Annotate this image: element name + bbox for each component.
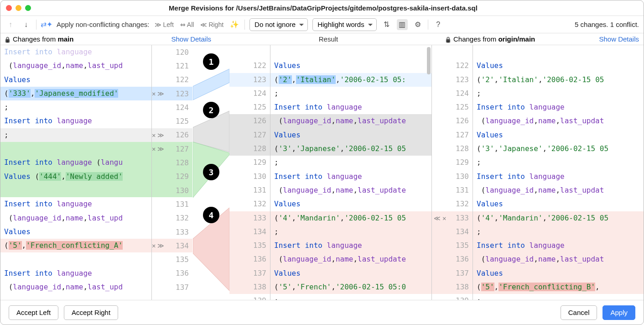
code-line[interactable]: (language_id,name,last_updat	[473, 252, 644, 266]
revert-icon[interactable]: ✕	[152, 242, 156, 249]
code-line[interactable]: ('5','French_conflicting_A'	[0, 239, 151, 252]
gutter-line: ≪✕133	[432, 211, 473, 225]
code-line[interactable]: Insert into language	[270, 100, 431, 114]
code-line[interactable]: Values	[270, 59, 431, 73]
apply-button[interactable]: Apply	[602, 305, 635, 320]
code-line[interactable]: Insert into language	[473, 239, 644, 252]
code-line[interactable]: (language_id,name,last_upd	[0, 211, 151, 225]
code-line[interactable]: ;	[0, 100, 151, 114]
code-line[interactable]: Insert into language	[473, 100, 644, 114]
settings-gear-icon[interactable]: ⚙	[412, 19, 423, 30]
revert-icon[interactable]: ✕	[152, 131, 156, 139]
code-line[interactable]: ('2','Italian','2006-02-15 05	[473, 73, 644, 87]
code-line[interactable]: Values	[270, 128, 431, 142]
code-line[interactable]: ;	[270, 156, 431, 169]
magic-resolve-icon[interactable]: ⇄✦	[41, 19, 52, 30]
gutter-line: 135	[152, 252, 192, 266]
sync-scroll-icon[interactable]: ▥	[397, 19, 408, 30]
code-line[interactable]: ('5','French_conflicting_B',	[473, 280, 644, 294]
gutter-line: 123	[432, 73, 473, 87]
code-line[interactable]: Insert into language	[270, 239, 431, 252]
code-line[interactable]: Insert into language	[0, 114, 151, 128]
help-icon[interactable]: ?	[433, 19, 444, 30]
code-line[interactable]: (language_id,name,last_updat	[473, 183, 644, 197]
code-line[interactable]: Insert into language	[270, 170, 431, 183]
collapse-unchanged-icon[interactable]: ⇅	[381, 19, 392, 30]
code-line[interactable]: Values	[270, 197, 431, 211]
code-line[interactable]: ('4','Mandarin','2006-02-15 05	[473, 211, 644, 225]
apply-chevron-icon[interactable]: ≫	[157, 90, 164, 97]
code-line[interactable]: ;	[270, 294, 431, 300]
result-scrollbar[interactable]	[427, 47, 431, 74]
code-line[interactable]	[0, 142, 151, 156]
code-line[interactable]: ;	[270, 87, 431, 100]
code-line[interactable]: (language_id,name,last_update	[270, 252, 431, 266]
code-line[interactable]: ('4','Mandarin','2006-02-15 05	[270, 211, 431, 225]
code-line[interactable]: Insert into language	[473, 170, 644, 183]
code-line[interactable]: (language_id,name,last_update	[270, 183, 431, 197]
code-line[interactable]	[0, 252, 151, 266]
close-traffic-light[interactable]	[6, 5, 12, 11]
apply-all-button[interactable]: ⇔ All	[179, 21, 195, 28]
gutter-line-number: 137	[229, 267, 270, 280]
gutter-line: ✕≫127	[152, 142, 192, 156]
code-line[interactable]: Values	[473, 59, 644, 73]
minimize-traffic-light[interactable]	[16, 5, 21, 11]
code-line[interactable]: ('333','Japanese_modified'	[0, 87, 151, 100]
gutter-line: ✕≫123	[152, 87, 192, 100]
code-line[interactable]	[473, 45, 644, 59]
code-line[interactable]: Values	[473, 197, 644, 211]
apply-right-button[interactable]: ≪ Right	[199, 21, 224, 28]
apply-chevron-icon[interactable]: ≫	[157, 131, 164, 139]
code-line[interactable]: ('2','Italian','2006-02-15 05:	[270, 73, 431, 87]
cancel-button[interactable]: Cancel	[561, 305, 597, 320]
code-line[interactable]: ;	[473, 87, 644, 100]
wand-icon[interactable]: ✨	[229, 19, 240, 30]
apply-chevron-icon[interactable]: ≫	[157, 242, 164, 249]
code-line[interactable]	[270, 45, 431, 59]
code-line[interactable]: (language_id,name,last_update	[270, 114, 431, 128]
code-line[interactable]: Values ('444','Newly added'	[0, 170, 151, 183]
code-line[interactable]: Values	[270, 267, 431, 280]
right-show-details-link[interactable]: Show Details	[599, 35, 639, 43]
code-line[interactable]: ('3','Japanese','2006-02-15 05	[473, 142, 644, 156]
result-code-pane[interactable]: Values('2','Italian','2006-02-15 05:;Ins…	[270, 45, 432, 300]
code-line[interactable]: ;	[0, 128, 151, 142]
code-line[interactable]: ('3','Japanese','2006-02-15 05	[270, 142, 431, 156]
apply-chevron-left-icon[interactable]: ≪	[434, 211, 441, 225]
right-code-pane[interactable]: Values('2','Italian','2006-02-15 05;Inse…	[473, 45, 644, 300]
apply-left-button[interactable]: ≫ Left	[154, 21, 174, 28]
accept-right-button[interactable]: Accept Right	[64, 305, 118, 320]
code-line[interactable]: Values	[473, 267, 644, 280]
accept-left-button[interactable]: Accept Left	[9, 305, 58, 320]
gutter-line: 129	[432, 156, 473, 169]
code-line[interactable]: (language_id,name,last_upd	[0, 59, 151, 73]
code-line[interactable]: Values	[0, 225, 151, 239]
ignore-whitespace-dropdown[interactable]: Do not ignore	[249, 18, 308, 31]
code-line[interactable]: ;	[473, 225, 644, 239]
revert-icon[interactable]: ✕	[442, 211, 446, 225]
code-line[interactable]: Values	[473, 128, 644, 142]
zoom-traffic-light[interactable]	[25, 5, 31, 11]
code-line[interactable]: ;	[473, 294, 644, 300]
code-line[interactable]: (language_id,name,last_updat	[473, 114, 644, 128]
code-line[interactable]: ('5','French','2006-02-15 05:0	[270, 280, 431, 294]
code-line[interactable]: ;	[270, 225, 431, 239]
revert-icon[interactable]: ✕	[152, 145, 156, 152]
code-line[interactable]: Insert into language	[0, 197, 151, 211]
left-show-details-link[interactable]: Show Details	[171, 35, 211, 43]
code-line[interactable]	[0, 183, 151, 197]
code-line[interactable]: Values	[0, 73, 151, 87]
gutter-line-number	[229, 45, 270, 59]
revert-icon[interactable]: ✕	[152, 90, 156, 97]
code-line[interactable]: ;	[473, 156, 644, 169]
highlight-mode-dropdown[interactable]: Highlight words	[312, 18, 377, 31]
code-line[interactable]: Insert into language	[0, 267, 151, 280]
code-line[interactable]: Insert into language	[0, 45, 151, 59]
left-code-pane[interactable]: Insert into language (language_id,name,l…	[0, 45, 152, 300]
code-line[interactable]: (language_id,name,last_upd	[0, 280, 151, 294]
code-line[interactable]: Insert into language (langu	[0, 156, 151, 169]
apply-chevron-icon[interactable]: ≫	[157, 145, 164, 152]
prev-change-icon[interactable]: ↑	[5, 19, 16, 30]
next-change-icon[interactable]: ↓	[21, 19, 31, 30]
